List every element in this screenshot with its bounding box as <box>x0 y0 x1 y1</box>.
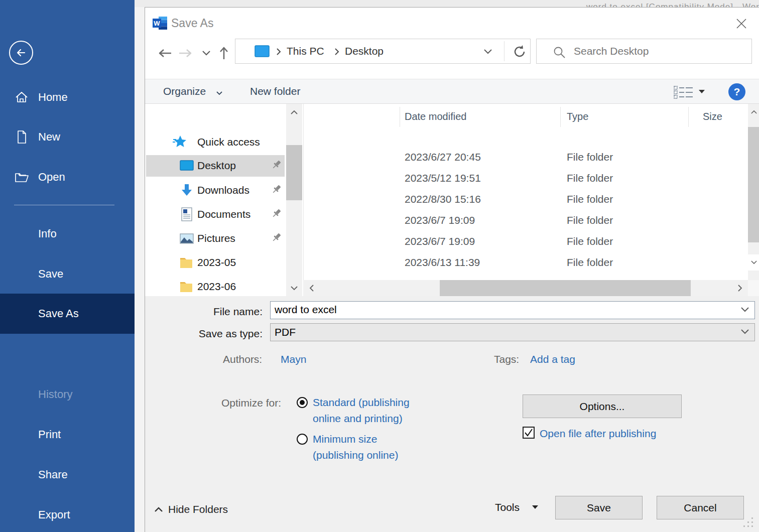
pin-icon[interactable] <box>271 183 283 195</box>
scrollbar-thumb[interactable] <box>748 127 759 242</box>
sidebar-item-print[interactable]: Print <box>0 423 135 447</box>
nav-recent-dropdown[interactable] <box>198 45 215 62</box>
nav-forward-button[interactable] <box>177 45 194 62</box>
sidebar-item-export[interactable]: Export <box>0 503 135 527</box>
pictures-icon <box>179 231 194 246</box>
forward-arrow-icon <box>178 48 193 59</box>
checkmark-icon <box>524 429 533 437</box>
sidebar-item-share[interactable]: Share <box>0 463 135 487</box>
scroll-down-icon[interactable] <box>748 254 759 271</box>
breadcrumb-this-pc[interactable]: This PC <box>287 39 324 63</box>
sidebar-item-label: Share <box>38 468 68 481</box>
organize-button[interactable]: Organize <box>163 85 206 97</box>
back-button[interactable] <box>9 41 33 65</box>
documents-icon <box>179 207 194 222</box>
cell-date: 2023/5/12 19:51 <box>405 169 481 187</box>
nav-up-button[interactable] <box>215 45 232 62</box>
column-divider <box>400 107 400 127</box>
view-options-dropdown-icon[interactable] <box>698 89 705 94</box>
hide-folders-button[interactable]: Hide Folders <box>154 503 228 515</box>
refresh-icon[interactable] <box>513 45 527 59</box>
search-input[interactable] <box>573 41 743 61</box>
file-list-vertical-scrollbar[interactable] <box>748 104 759 280</box>
sidebar-item-label: Info <box>38 227 57 240</box>
new-folder-button[interactable]: New folder <box>250 85 300 97</box>
address-dropdown-icon[interactable] <box>483 49 492 55</box>
sidebar-item-label: Print <box>38 428 61 441</box>
nav-back-button[interactable] <box>157 45 174 62</box>
new-document-icon <box>14 129 29 145</box>
cell-type: File folder <box>567 148 613 166</box>
open-file-after-publishing-label[interactable]: Open file after publishing <box>540 428 656 440</box>
nav-item-folder-2023-06[interactable]: 2023-06 <box>146 278 285 296</box>
file-list-horizontal-scrollbar[interactable] <box>303 280 748 296</box>
pin-icon[interactable] <box>271 159 283 171</box>
radio-standard-label[interactable]: Standard (publishing online and printing… <box>313 394 429 427</box>
save-as-type-dropdown-icon[interactable] <box>740 329 749 335</box>
tools-dropdown[interactable]: Tools <box>495 501 539 513</box>
chevron-down-icon <box>202 50 211 56</box>
options-button[interactable]: Options... <box>523 394 682 418</box>
word-window-titlebar-behind: word to excel [Compatibility Mode] - Wor… <box>135 0 759 7</box>
close-icon[interactable] <box>731 14 751 34</box>
nav-item-documents[interactable]: Documents <box>146 205 285 223</box>
folder-icon <box>179 279 194 294</box>
column-header-size[interactable]: Size <box>703 111 722 122</box>
nav-item-pictures[interactable]: Pictures <box>146 229 285 247</box>
sidebar-item-save-as[interactable]: Save As <box>0 294 135 334</box>
scroll-right-icon[interactable] <box>732 280 748 296</box>
sidebar-item-info[interactable]: Info <box>0 222 135 246</box>
file-name-input[interactable] <box>271 302 732 318</box>
save-button[interactable]: Save <box>555 496 643 519</box>
folder-icon <box>179 255 194 270</box>
breadcrumb-desktop[interactable]: Desktop <box>345 39 384 63</box>
desktop-icon <box>179 158 194 173</box>
view-options-icon[interactable] <box>673 84 694 99</box>
scroll-up-icon[interactable] <box>748 104 759 120</box>
downloads-icon <box>179 183 194 198</box>
desktop-location-icon <box>255 45 270 57</box>
save-as-type-select[interactable]: PDF <box>270 323 755 341</box>
nav-quick-access[interactable]: Quick access <box>146 133 285 151</box>
pin-icon[interactable] <box>271 207 283 219</box>
nav-item-label: 2023-05 <box>197 256 236 269</box>
scrollbar-thumb[interactable] <box>286 145 302 200</box>
cell-date: 2023/6/13 11:39 <box>405 253 480 272</box>
scroll-down-icon[interactable] <box>286 280 302 296</box>
cell-date: 2023/6/7 19:09 <box>405 211 475 229</box>
file-name-field[interactable] <box>270 301 755 319</box>
column-header-type[interactable]: Type <box>567 111 588 122</box>
sidebar-item-new[interactable]: New <box>0 125 135 149</box>
optimize-for-label: Optimize for: <box>221 397 281 409</box>
help-icon[interactable]: ? <box>728 83 745 100</box>
address-bar[interactable]: This PC Desktop <box>235 39 531 64</box>
authors-value[interactable]: Mayn <box>281 353 306 365</box>
sidebar-item-label: Home <box>38 91 68 104</box>
nav-item-desktop[interactable]: Desktop <box>146 157 285 175</box>
sidebar-item-label: History <box>38 388 72 401</box>
search-box[interactable] <box>536 39 752 64</box>
open-file-after-publishing-checkbox[interactable] <box>523 427 535 439</box>
tags-add-value[interactable]: Add a tag <box>530 353 575 365</box>
radio-minimum-size[interactable] <box>297 434 308 445</box>
sidebar-item-save[interactable]: Save <box>0 262 135 286</box>
column-header-date-modified[interactable]: Date modified <box>405 111 466 122</box>
cancel-button[interactable]: Cancel <box>657 496 744 519</box>
pin-icon[interactable] <box>271 231 283 243</box>
file-name-dropdown-icon[interactable] <box>740 307 749 313</box>
search-icon <box>553 46 566 59</box>
radio-standard[interactable] <box>297 397 308 408</box>
scrollbar-thumb[interactable] <box>440 280 691 296</box>
scroll-left-icon[interactable] <box>303 280 319 296</box>
sidebar-item-home[interactable]: Home <box>0 85 135 109</box>
resize-grip[interactable] <box>743 517 754 528</box>
nav-item-downloads[interactable]: Downloads <box>146 181 285 199</box>
open-folder-icon <box>14 170 29 185</box>
nav-item-folder-2023-05[interactable]: 2023-05 <box>146 253 285 272</box>
sidebar-item-open[interactable]: Open <box>0 165 135 189</box>
radio-minimum-size-label[interactable]: Minimum size (publishing online) <box>313 431 416 463</box>
scroll-up-icon[interactable] <box>286 104 302 120</box>
nav-pane-scrollbar[interactable] <box>286 104 302 296</box>
tools-dropdown-icon <box>532 505 539 510</box>
address-separator <box>504 41 504 61</box>
